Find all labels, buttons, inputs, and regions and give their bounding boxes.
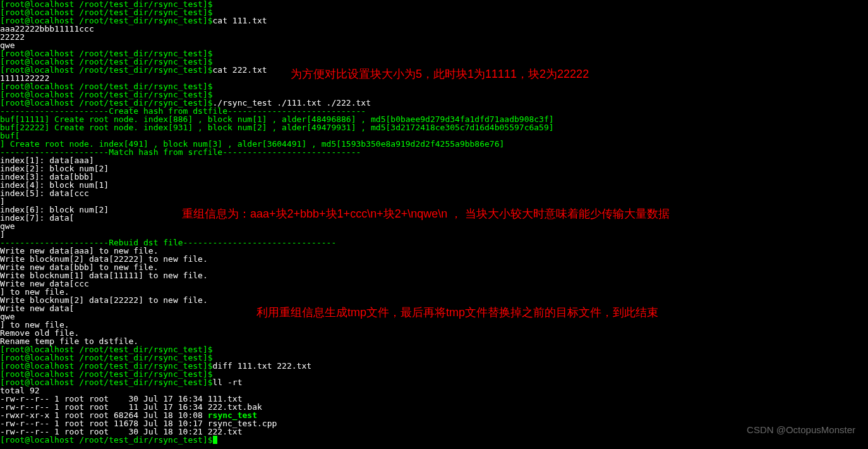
annotation-tmp-replace: 利用重组信息生成tmp文件，最后再将tmp文件替换掉之前的目标文件，到此结束: [256, 305, 658, 320]
cmd-cat-222: cat 222.txt: [213, 65, 267, 75]
output-line: index[5]: data[ccc: [0, 188, 89, 198]
annotation-reassemble-info: 重组信息为：aaa+块2+bbb+块1+ccc\n+块2+\nqwe\n ， 当…: [182, 206, 670, 221]
cmd-ll: ll -rt: [213, 378, 243, 387]
cursor: [213, 436, 217, 444]
annotation-block-size: 为方便对比设置块大小为5，此时块1为11111，块2为22222: [291, 66, 589, 82]
cmd-diff: diff 111.txt 222.txt: [213, 361, 312, 371]
output-line: buf[22222] Create root node. index[931] …: [0, 123, 554, 132]
watermark: CSDN @OctopusMonster: [747, 424, 855, 435]
cmd-cat-111: cat 111.txt: [213, 16, 267, 25]
prompt: [root@localhost /root/test_dir/rsync_tes…: [0, 435, 213, 445]
